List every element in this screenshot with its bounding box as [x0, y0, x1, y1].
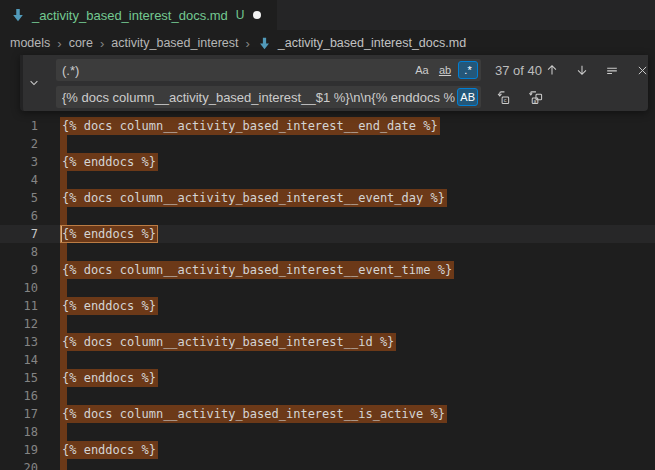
code-line[interactable]: 9{% docs column__activity_based_interest…: [0, 261, 655, 279]
find-match-empty-line: [60, 135, 67, 153]
line-number[interactable]: 3: [0, 153, 38, 171]
code-line[interactable]: 11{% enddocs %}: [0, 297, 655, 315]
tab-bar: _activity_based_interest_docs.md U: [0, 0, 655, 30]
find-match-empty-line: [60, 423, 67, 441]
line-number[interactable]: 4: [0, 171, 38, 189]
breadcrumb-item-activity-based-interest[interactable]: activity_based_interest: [111, 36, 238, 50]
find-match-empty-line: [60, 387, 67, 405]
editor[interactable]: 1{% docs column__activity_based_interest…: [0, 56, 655, 470]
line-number[interactable]: 6: [0, 207, 38, 225]
find-match: {% docs column__activity_based_interest_…: [60, 333, 396, 351]
close-find-widget-button[interactable]: [632, 60, 652, 80]
find-match-empty-line: [60, 207, 67, 225]
line-number[interactable]: 11: [0, 297, 38, 315]
whole-word-toggle[interactable]: ab: [435, 61, 455, 79]
find-in-selection-button[interactable]: [602, 60, 622, 80]
find-match-empty-line: [60, 243, 67, 261]
match-case-toggle[interactable]: Aa: [412, 61, 432, 79]
code-line[interactable]: 16: [0, 387, 655, 405]
replace-button[interactable]: c: [493, 87, 513, 107]
line-number[interactable]: 10: [0, 279, 38, 297]
code-line[interactable]: 10: [0, 279, 655, 297]
find-match-empty-line: [60, 279, 67, 297]
code-line[interactable]: 3{% enddocs %}: [0, 153, 655, 171]
code-line[interactable]: 18: [0, 423, 655, 441]
svg-text:c: c: [503, 97, 506, 103]
preserve-case-toggle[interactable]: AB: [457, 88, 478, 106]
breadcrumb-file-label: _activity_based_interest_docs.md: [278, 36, 466, 50]
line-number[interactable]: 18: [0, 423, 38, 441]
modified-indicator-dot[interactable]: [253, 11, 261, 19]
code-line[interactable]: 12: [0, 315, 655, 333]
previous-match-button[interactable]: [542, 60, 562, 80]
tab-title: _activity_based_interest_docs.md: [32, 8, 228, 23]
code-line[interactable]: 20: [0, 459, 655, 470]
find-match: {% docs column__activity_based_interest_…: [60, 405, 447, 423]
toggle-replace-chevron-icon[interactable]: [26, 55, 42, 111]
find-match-empty-line: [60, 171, 67, 189]
line-number[interactable]: 2: [0, 135, 38, 153]
breadcrumb-separator: ›: [57, 36, 61, 51]
line-number[interactable]: 19: [0, 441, 38, 459]
find-match: {% enddocs %}: [60, 297, 158, 315]
tab-active-file[interactable]: _activity_based_interest_docs.md U: [0, 0, 277, 30]
line-number[interactable]: 14: [0, 351, 38, 369]
breadcrumb-item-file[interactable]: _activity_based_interest_docs.md: [257, 35, 466, 51]
find-match: {% docs column__activity_based_interest_…: [60, 117, 440, 135]
code-line[interactable]: 8: [0, 243, 655, 261]
find-match: {% docs column__activity_based_interest_…: [60, 261, 454, 279]
code-line[interactable]: 6: [0, 207, 655, 225]
code-line[interactable]: 2: [0, 135, 655, 153]
find-match: {% enddocs %}: [60, 441, 158, 459]
svg-text:a: a: [533, 97, 536, 103]
find-match-empty-line: [60, 459, 67, 470]
breadcrumb-separator: ›: [245, 36, 249, 51]
line-number[interactable]: 1: [0, 117, 38, 135]
code-line[interactable]: 13{% docs column__activity_based_interes…: [0, 333, 655, 351]
code-line[interactable]: 15{% enddocs %}: [0, 369, 655, 387]
next-match-button[interactable]: [572, 60, 592, 80]
code-line[interactable]: 14: [0, 351, 655, 369]
regex-toggle[interactable]: .*: [458, 61, 478, 79]
find-match-empty-line: [60, 351, 67, 369]
current-find-match: {% enddocs %}: [60, 225, 158, 243]
find-match: {% docs column__activity_based_interest_…: [60, 189, 447, 207]
breadcrumb-separator: ›: [100, 36, 104, 51]
git-status-badge: U: [236, 8, 245, 22]
markdown-file-icon: [10, 7, 26, 23]
code-line[interactable]: 7{% enddocs %}: [0, 225, 655, 243]
breadcrumb: models › core › activity_based_interest …: [0, 30, 655, 56]
code-line[interactable]: 5{% docs column__activity_based_interest…: [0, 189, 655, 207]
find-match-empty-line: [60, 315, 67, 333]
line-number[interactable]: 17: [0, 405, 38, 423]
code-line[interactable]: 1{% docs column__activity_based_interest…: [0, 117, 655, 135]
find-replace-widget: Aa ab .* 37 of 40: [20, 55, 648, 111]
markdown-file-icon: [257, 35, 273, 51]
breadcrumb-item-models[interactable]: models: [10, 36, 50, 50]
line-number[interactable]: 16: [0, 387, 38, 405]
replace-input[interactable]: [56, 86, 481, 108]
line-number[interactable]: 13: [0, 333, 38, 351]
line-number[interactable]: 5: [0, 189, 38, 207]
line-number[interactable]: 12: [0, 315, 38, 333]
line-number[interactable]: 15: [0, 369, 38, 387]
breadcrumb-item-core[interactable]: core: [69, 36, 93, 50]
editor-lines: 1{% docs column__activity_based_interest…: [0, 117, 655, 470]
line-number[interactable]: 20: [0, 459, 38, 470]
replace-all-button[interactable]: a: [525, 87, 545, 107]
line-number[interactable]: 8: [0, 243, 38, 261]
find-match: {% enddocs %}: [60, 153, 158, 171]
find-match: {% enddocs %}: [60, 369, 158, 387]
find-results-count: 37 of 40: [495, 63, 542, 78]
code-line[interactable]: 17{% docs column__activity_based_interes…: [0, 405, 655, 423]
line-number[interactable]: 9: [0, 261, 38, 279]
line-number[interactable]: 7: [0, 225, 38, 243]
code-line[interactable]: 4: [0, 171, 655, 189]
code-line[interactable]: 19{% enddocs %}: [0, 441, 655, 459]
